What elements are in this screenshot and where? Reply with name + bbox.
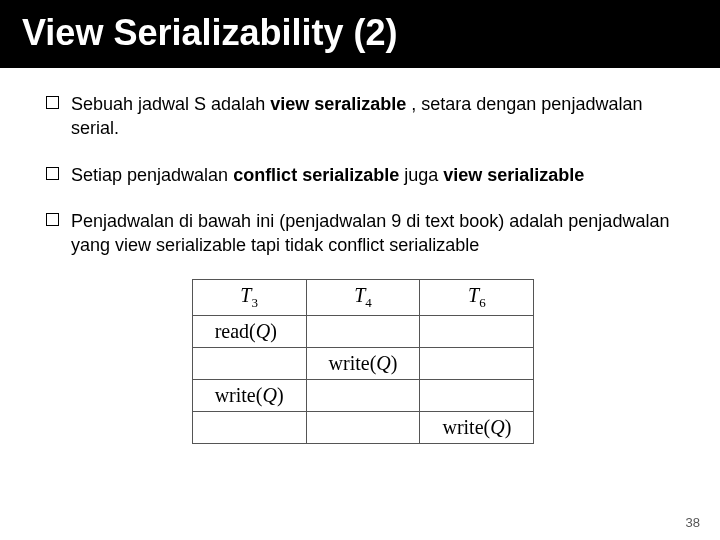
schedule-table-wrap: T3 T4 T6 read(Q) write(Q) write(Q)	[46, 279, 680, 444]
table-header-row: T3 T4 T6	[192, 280, 534, 316]
table-cell	[306, 380, 420, 412]
table-row: write(Q)	[192, 348, 534, 380]
table-header: T4	[306, 280, 420, 316]
bullet-marker-icon	[46, 213, 59, 226]
table-row: read(Q)	[192, 316, 534, 348]
table-cell: write(Q)	[420, 412, 534, 444]
bullet-text: Penjadwalan di bawah ini (penjadwalan 9 …	[71, 209, 680, 258]
table-body: read(Q) write(Q) write(Q)	[192, 316, 534, 444]
table-cell	[192, 412, 306, 444]
slide-content: Sebuah jadwal S adalah view seralizable …	[0, 68, 720, 444]
table-row: write(Q)	[192, 380, 534, 412]
table-row: write(Q)	[192, 412, 534, 444]
table-cell	[420, 380, 534, 412]
bullet-item: Sebuah jadwal S adalah view seralizable …	[46, 92, 680, 141]
bullet-text: Sebuah jadwal S adalah view seralizable …	[71, 92, 680, 141]
table-cell	[306, 412, 420, 444]
table-cell	[420, 348, 534, 380]
page-number: 38	[686, 515, 700, 530]
table-cell	[306, 316, 420, 348]
table-header: T6	[420, 280, 534, 316]
bullet-item: Setiap penjadwalan conflict serializable…	[46, 163, 680, 187]
table-cell: write(Q)	[192, 380, 306, 412]
schedule-table: T3 T4 T6 read(Q) write(Q) write(Q)	[192, 279, 535, 444]
title-bar: View Serializability (2)	[0, 0, 720, 68]
bullet-item: Penjadwalan di bawah ini (penjadwalan 9 …	[46, 209, 680, 258]
slide-title: View Serializability (2)	[22, 12, 698, 54]
bullet-text: Setiap penjadwalan conflict serializable…	[71, 163, 680, 187]
table-cell	[192, 348, 306, 380]
bullet-marker-icon	[46, 167, 59, 180]
table-cell: write(Q)	[306, 348, 420, 380]
table-cell	[420, 316, 534, 348]
bullet-marker-icon	[46, 96, 59, 109]
table-cell: read(Q)	[192, 316, 306, 348]
table-header: T3	[192, 280, 306, 316]
